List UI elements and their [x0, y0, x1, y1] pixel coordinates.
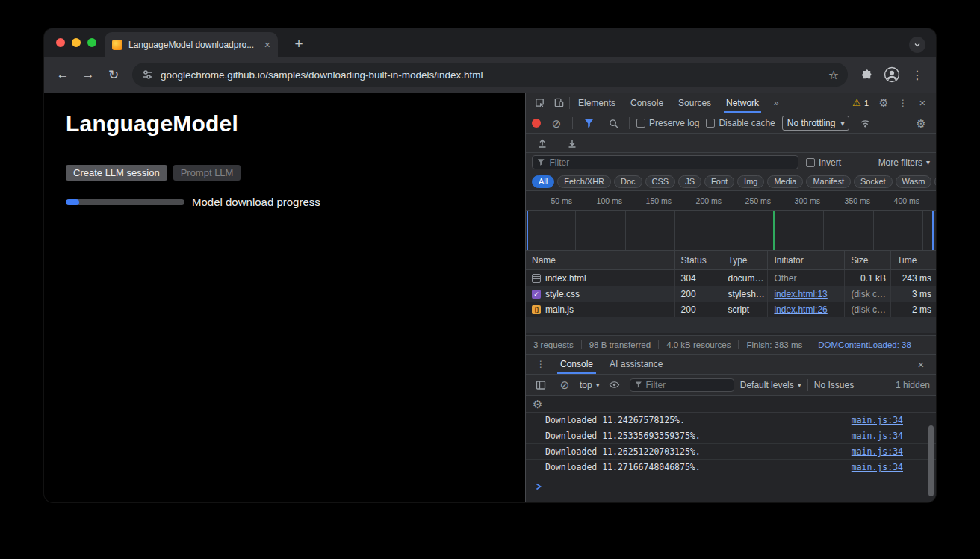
network-conditions-icon[interactable] — [856, 115, 874, 131]
live-expression-eye-icon[interactable] — [606, 377, 624, 393]
network-settings-icon[interactable]: ⚙ — [912, 115, 930, 131]
devtools-menu-icon[interactable]: ⋮ — [894, 95, 912, 111]
throttling-select[interactable]: No throttling ▾ — [782, 116, 850, 131]
export-har-icon[interactable] — [563, 135, 581, 152]
devtools-tab-network[interactable]: Network — [719, 93, 766, 113]
import-har-icon[interactable] — [533, 135, 551, 152]
message-source-link[interactable]: main.js:34 — [852, 462, 903, 472]
request-initiator: Other — [768, 270, 845, 286]
no-issues-label[interactable]: No Issues — [814, 380, 854, 390]
clear-network-icon[interactable]: ⊘ — [548, 115, 565, 131]
grid-line — [922, 211, 923, 250]
hidden-messages-label[interactable]: 1 hidden — [896, 380, 930, 390]
network-request-row[interactable]: main.js 200 script index.html:26 (disk c… — [526, 302, 936, 317]
console-drawer-menu-icon[interactable]: ⋮ — [532, 356, 550, 372]
tab-search-button[interactable] — [909, 37, 925, 53]
url-text[interactable]: googlechrome.github.io/samples/downloadi… — [161, 69, 821, 81]
minimize-window-button[interactable] — [72, 38, 81, 47]
omnibox[interactable]: googlechrome.github.io/samples/downloadi… — [132, 63, 848, 87]
inspect-element-button[interactable] — [530, 95, 548, 111]
message-source-link[interactable]: main.js:34 — [852, 446, 903, 457]
resource-chip-other[interactable]: Other — [934, 175, 936, 188]
request-name: main.js — [545, 305, 574, 315]
console-scrollbar[interactable] — [928, 425, 934, 496]
more-filters-dropdown[interactable]: More filters ▾ — [878, 157, 930, 168]
network-filter-icon[interactable] — [580, 115, 598, 131]
col-header-status[interactable]: Status — [675, 251, 722, 269]
col-header-initiator[interactable]: Initiator — [768, 251, 845, 269]
devtools-tab-console[interactable]: Console — [624, 93, 670, 113]
more-panels-icon[interactable]: » — [767, 95, 785, 111]
tab-close-icon[interactable]: × — [264, 40, 270, 50]
devtools-settings-icon[interactable]: ⚙ — [875, 95, 893, 111]
col-header-type[interactable]: Type — [722, 251, 769, 269]
resource-chip-manifest[interactable]: Manifest — [806, 175, 851, 188]
col-header-name[interactable]: Name — [526, 251, 675, 269]
resource-chip-css[interactable]: CSS — [645, 175, 676, 188]
browser-menu-icon[interactable]: ⋮ — [906, 63, 928, 86]
drawer-tab-console[interactable]: Console — [554, 355, 599, 374]
timeline-tick-label: 100 ms — [597, 196, 625, 205]
drawer-close-icon[interactable]: × — [912, 356, 930, 372]
filter-text-field[interactable] — [549, 157, 793, 168]
resource-chip-doc[interactable]: Doc — [614, 175, 642, 188]
browser-tab[interactable]: LanguageModel downloadpro... × — [105, 32, 278, 57]
resource-chip-fetch-xhr[interactable]: Fetch/XHR — [557, 175, 611, 188]
log-levels-dropdown[interactable]: Default levels ▾ — [740, 380, 801, 390]
context-selector[interactable]: top ▾ — [580, 380, 600, 390]
create-llm-session-button[interactable]: Create LLM session — [66, 165, 167, 181]
grid-line — [625, 211, 626, 250]
load-marker — [932, 211, 934, 250]
resource-chip-font[interactable]: Font — [704, 175, 734, 188]
preserve-log-label: Preserve log — [649, 118, 699, 128]
console-filter-input[interactable] — [630, 378, 734, 392]
divider — [629, 117, 630, 129]
col-header-size[interactable]: Size — [845, 251, 891, 269]
devtools-close-icon[interactable]: × — [914, 95, 931, 111]
initiator-link[interactable]: index.html:13 — [774, 289, 827, 299]
drawer-tab-ai-assistance[interactable]: AI assistance — [604, 355, 669, 374]
console-prompt[interactable] — [526, 477, 936, 502]
close-window-button[interactable] — [56, 38, 65, 47]
console-sidebar-toggle-icon[interactable] — [532, 377, 550, 393]
tab-title: LanguageModel downloadpro... — [128, 40, 258, 50]
profile-avatar[interactable] — [881, 63, 903, 86]
record-button[interactable] — [532, 119, 541, 128]
reload-button[interactable]: ↻ — [102, 63, 125, 86]
disable-cache-checkbox[interactable]: Disable cache — [706, 118, 775, 128]
network-filter-input[interactable] — [532, 155, 798, 169]
forward-button[interactable]: → — [77, 63, 99, 86]
back-button[interactable]: ← — [52, 63, 74, 86]
resource-chip-wasm[interactable]: Wasm — [896, 175, 932, 188]
message-source-link[interactable]: main.js:34 — [852, 431, 903, 441]
bookmark-star-icon[interactable]: ☆ — [828, 68, 839, 82]
console-message: Downloaded 11.26251220703125%. main.js:3… — [526, 444, 936, 460]
console-settings-icon[interactable]: ⚙ — [533, 396, 542, 412]
resource-chip-media[interactable]: Media — [767, 175, 803, 188]
resource-chip-all[interactable]: All — [532, 175, 554, 188]
warning-badge[interactable]: ⚠ 1 — [848, 97, 873, 108]
network-request-row[interactable]: style.css 200 stylesh… index.html:13 (di… — [526, 286, 936, 302]
request-size: (disk c… — [845, 286, 891, 302]
message-source-link[interactable]: main.js:34 — [852, 415, 903, 425]
network-search-icon[interactable] — [604, 115, 622, 131]
network-overview-timeline[interactable]: 50 ms 100 ms 150 ms 200 ms 250 ms 300 ms… — [526, 191, 936, 251]
devtools-tab-elements[interactable]: Elements — [571, 93, 622, 113]
new-tab-button[interactable]: + — [289, 34, 308, 54]
preserve-log-checkbox[interactable]: Preserve log — [636, 118, 699, 128]
network-request-row[interactable]: index.html 304 docum… Other 0.1 kB 243 m… — [526, 270, 936, 286]
site-settings-icon[interactable] — [141, 69, 153, 81]
resource-chip-socket[interactable]: Socket — [854, 175, 893, 188]
col-header-time[interactable]: Time — [891, 251, 936, 269]
zoom-window-button[interactable] — [87, 38, 96, 47]
resource-chip-js[interactable]: JS — [678, 175, 701, 188]
initiator-link[interactable]: index.html:26 — [774, 305, 827, 315]
console-filter-field[interactable] — [645, 380, 728, 390]
prompt-llm-button[interactable]: Prompt LLM — [173, 165, 241, 181]
clear-console-icon[interactable]: ⊘ — [556, 377, 574, 393]
resource-chip-img[interactable]: Img — [737, 175, 764, 188]
extensions-icon[interactable] — [855, 63, 878, 86]
invert-checkbox[interactable]: Invert — [806, 157, 841, 168]
device-toolbar-button[interactable] — [550, 95, 568, 111]
devtools-tab-sources[interactable]: Sources — [672, 93, 718, 113]
